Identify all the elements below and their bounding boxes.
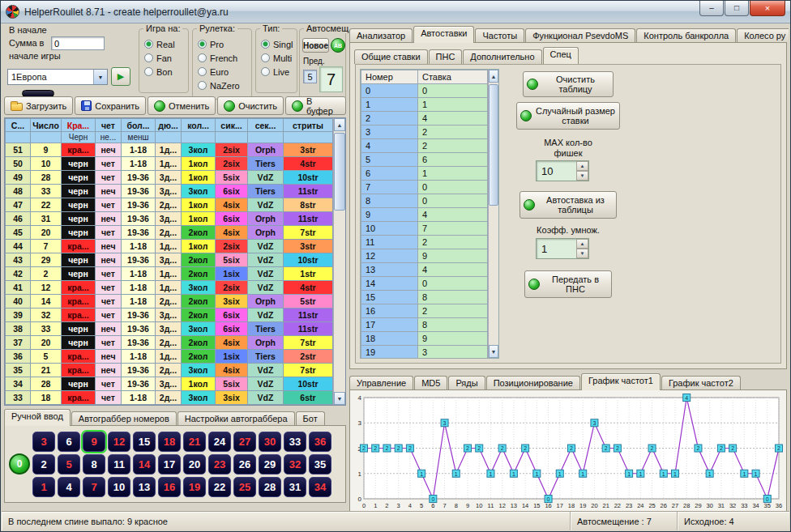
input-tab-1[interactable]: Автограббер номеров [71,411,177,426]
send-to-pns-button[interactable]: Передать в ПНС [524,270,612,298]
bet-row-13[interactable]: 134 [361,263,488,277]
bet-row-19[interactable]: 193 [361,346,488,360]
number-tile-20[interactable]: 20 [183,454,206,475]
bet-row-1[interactable]: 11 [361,98,488,112]
chart-tab-0[interactable]: Управление [349,376,413,390]
input-tab-3[interactable]: Бот [296,411,325,426]
start-sum-input[interactable] [51,36,105,50]
stepper-up-icon[interactable]: ▲ [576,239,588,249]
undo-button[interactable]: Отменить [148,96,216,115]
number-tile-6[interactable]: 6 [58,432,80,452]
number-tile-26[interactable]: 26 [233,454,256,475]
number-tile-32[interactable]: 32 [284,454,306,475]
radio-pro[interactable]: Pro [193,37,251,51]
number-tile-19[interactable]: 19 [183,477,206,497]
bet-row-17[interactable]: 178 [361,318,488,332]
number-tile-28[interactable]: 28 [259,477,281,497]
chart-tab-5[interactable]: График частот2 [661,376,741,390]
main-tab-5[interactable]: Колесо ру [737,28,789,43]
bets-tab-0[interactable]: Общие ставки [354,49,428,64]
spin-row-35[interactable]: 3521кра...неч19-362д...3кол4sixVdZ7str [6,364,333,377]
spin-row-43[interactable]: 4329черннеч19-363д...2кол5sixVdZ10str [6,253,333,267]
input-tab-0[interactable]: Ручной ввод [4,409,71,426]
bet-row-3[interactable]: 32 [361,126,488,139]
new-autoshift-button[interactable]: Новое [302,38,329,53]
bet-row-7[interactable]: 70 [361,181,488,194]
number-tile-14[interactable]: 14 [133,454,156,475]
number-tile-12[interactable]: 12 [108,432,130,452]
number-tile-7[interactable]: 7 [83,477,105,497]
chevron-down-icon[interactable]: ▼ [93,70,107,84]
radio-live[interactable]: Live [256,65,297,79]
autoshift-sphere-icon[interactable]: АВ [331,38,345,53]
main-tab-4[interactable]: Контроль банкролла [636,28,736,43]
number-tile-10[interactable]: 10 [108,477,130,497]
number-tile-22[interactable]: 22 [208,477,231,497]
number-tile-21[interactable]: 21 [183,432,206,452]
number-tile-13[interactable]: 13 [133,477,156,497]
spin-row-44[interactable]: 447кра...неч1-181д...1кол2sixVdZ3str [6,240,333,253]
spin-table-scrollbar[interactable]: ▲ ▼ [333,118,345,405]
number-tile-3[interactable]: 3 [32,432,55,452]
number-tile-25[interactable]: 25 [233,477,256,497]
bet-row-10[interactable]: 107 [361,222,488,236]
copy-to-buffer-button[interactable]: В буфер [285,96,346,115]
number-tile-11[interactable]: 11 [108,454,130,475]
spin-row-50[interactable]: 5010чернчет1-181д...1кол2sixTiers4str [6,157,333,171]
stepper-up-icon[interactable]: ▲ [576,161,588,171]
save-button[interactable]: Сохранить [75,96,146,115]
number-tile-15[interactable]: 15 [133,432,156,452]
radio-bon[interactable]: Bon [139,65,188,79]
main-tab-0[interactable]: Анализатор [349,28,413,43]
close-button[interactable]: × [750,1,785,16]
start-button[interactable]: ▶ [111,67,130,86]
chart-tab-4[interactable]: График частот1 [581,373,661,390]
bet-row-4[interactable]: 42 [361,139,488,153]
number-tile-29[interactable]: 29 [259,454,281,475]
scroll-up-icon[interactable]: ▲ [334,118,345,131]
bets-scrollbar-thumb[interactable] [489,84,498,206]
spin-row-42[interactable]: 422чернчет1-181д...2кол1sixVdZ1str [6,267,333,281]
spin-row-37[interactable]: 3720чернчет19-362д...2кол4sixOrph7str [6,336,333,350]
radio-euro[interactable]: Euro [193,65,251,79]
spin-row-51[interactable]: 519кра...неч1-181д...3кол2sixOrph3str [6,143,333,157]
number-tile-2[interactable]: 2 [32,454,55,475]
bet-row-12[interactable]: 129 [361,249,488,263]
bets-scrollbar-track[interactable] [489,83,498,345]
radio-multi[interactable]: Multi [256,51,297,65]
number-tile-31[interactable]: 31 [284,477,306,497]
chart-tab-1[interactable]: MD5 [414,376,447,390]
multiplier-stepper[interactable]: 1 ▲ ▼ [536,238,589,259]
spin-row-41[interactable]: 4112кра...чет1-181д...3кол2sixVdZ4str [6,281,333,295]
number-tile-23[interactable]: 23 [208,454,231,475]
radio-french[interactable]: French [193,51,251,65]
spin-row-34[interactable]: 3428чернчет19-363д...1кол5sixVdZ10str [6,377,333,391]
bet-row-11[interactable]: 112 [361,236,488,249]
chart-tab-3[interactable]: Позиционирование [486,376,580,390]
scrollbar-track[interactable] [334,131,345,392]
bets-table-scrollbar[interactable]: ▲ ▼ [488,70,498,358]
bets-tab-2[interactable]: Дополнительно [463,49,541,64]
spin-row-49[interactable]: 4928чернчет19-363д...1кол5sixVdZ10str [6,171,333,185]
bets-tab-3[interactable]: Спец [543,47,579,64]
radio-real[interactable]: Real [139,37,188,51]
bet-row-18[interactable]: 189 [361,332,488,346]
number-tile-4[interactable]: 4 [58,477,80,497]
spin-row-47[interactable]: 4722чернчет19-362д...1кол4sixVdZ8str [6,198,333,212]
number-tile-8[interactable]: 8 [83,454,105,475]
random-stake-button[interactable]: Случайный размер ставки [516,102,620,130]
spin-row-33[interactable]: 3318кра...чет1-182д...3кол3sixVdZ6str [6,391,333,405]
bet-row-9[interactable]: 94 [361,208,488,222]
main-tab-1[interactable]: Автоставки [413,26,474,43]
bet-row-0[interactable]: 00 [361,84,488,98]
chart-tab-2[interactable]: Ряды [448,376,485,390]
number-tile-9[interactable]: 9 [83,432,105,452]
number-tile-5[interactable]: 5 [58,454,80,475]
spin-row-39[interactable]: 3932кра...чет19-363д...2кол6sixVdZ11str [6,309,333,322]
number-tile-24[interactable]: 24 [208,432,231,452]
main-tab-2[interactable]: Частоты [475,28,524,43]
input-tab-2[interactable]: Настройки автограббера [177,411,295,426]
number-tile-33[interactable]: 33 [284,432,306,452]
stepper-down-icon[interactable]: ▼ [576,249,588,258]
main-tab-3[interactable]: Функционал PsevdoMS [525,28,635,43]
